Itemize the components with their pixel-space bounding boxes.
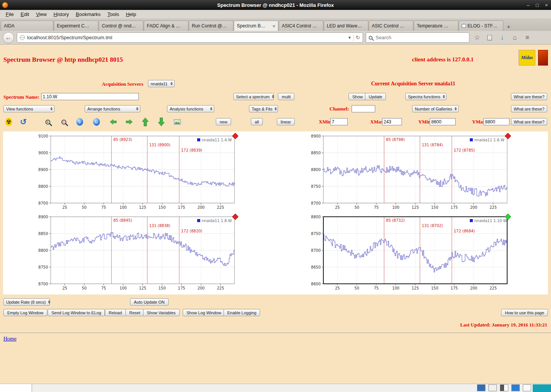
update-button[interactable]: Update [365,93,386,100]
multi-button[interactable]: multi [278,93,294,100]
what-are-these-button[interactable]: What are these? [511,93,547,100]
y-axis-tick-label: 8800 [39,184,48,189]
scroll-right-button[interactable] [124,117,135,127]
tab-aida[interactable]: AIDA [1,21,53,31]
show-variables-button[interactable]: Show Variables [143,309,180,316]
tab-fadc-align[interactable]: FADC Align & … [144,21,188,31]
select-spectrum-dropdown[interactable]: Select a spectrum [233,93,274,100]
minimize-icon[interactable]: – [524,1,533,9]
back-button[interactable]: ← [3,32,14,43]
current-server-label: Current Acquisition Server nnaida11 [371,81,455,87]
x-axis-tick-label: 225 [489,205,496,210]
tab-close-icon[interactable]: × [271,23,275,29]
downloads-icon[interactable]: ↓ [497,34,507,42]
menu-tools[interactable]: Tools [104,10,122,18]
taskbar-window-icon[interactable] [500,384,508,391]
spectrum-chart-1-8-w[interactable]: 85 (8845)131 (8838)172 (8820)87008750880… [3,213,276,294]
radioactive-button[interactable]: ☢ [3,117,14,127]
what-are-these-button[interactable]: What are these? [511,118,547,125]
tab-elog[interactable]: ELOG - STF… [459,21,503,31]
what-are-these-button[interactable]: What are these? [511,105,547,112]
maximize-icon[interactable]: □ [533,1,542,9]
menu-bookmarks[interactable]: Bookmarks [72,10,104,18]
taskbar [474,384,531,391]
marker-label: 85 (8845) [113,218,132,222]
hamburger-menu-icon[interactable]: ≡ [522,34,532,42]
tab-led-wave[interactable]: LED and Wave… [324,21,368,31]
zoom-out-button[interactable]: − [58,117,69,127]
new-tab-button[interactable]: + [504,22,514,31]
bookmark-star-icon[interactable]: ☆ [472,34,482,42]
scroll-left-button[interactable] [108,117,119,127]
reload-button[interactable]: Reload [105,309,126,316]
spectrum-chart-1-4-w[interactable]: 85 (8923)131 (8900)172 (8839)87008800890… [3,132,276,213]
y-axis-tick-label: 9100 [39,134,48,138]
send-log-to-elog-button[interactable]: Send Log Window to ELog [48,309,105,316]
how-to-use-button[interactable]: How to use this page [501,309,548,316]
reload-icon[interactable]: ↻ [356,35,360,40]
globe-icon [20,35,25,40]
scroll-up-button[interactable] [140,117,151,127]
y-axis-tick-label: 8650 [311,265,320,269]
snapshot-button[interactable] [172,117,183,127]
zoom-in-button[interactable]: + [42,117,53,127]
ymin-input[interactable] [430,118,456,125]
xmin-input[interactable] [330,118,348,125]
update-rate-dropdown[interactable]: Update Rate (8 secs) [3,298,50,306]
marker-label: 172 (8820) [181,229,202,233]
tab-spectrum-browser[interactable]: Spectrum B… × [234,21,278,31]
unzoom-x-button[interactable]: ↔ [91,117,102,127]
search-bar[interactable] [366,32,469,43]
tab-experiment[interactable]: Experiment C… [54,21,98,31]
y-axis-tick-label: 8750 [311,184,320,189]
refresh-button[interactable]: ↺ [18,117,29,127]
tags-fits-dropdown[interactable]: Tags & Fits [249,105,278,112]
taskbar-firefox-icon[interactable] [477,384,485,391]
ymax-input[interactable] [484,118,509,125]
menu-help[interactable]: Help [122,10,140,18]
auto-update-button[interactable]: Auto Update ON [130,298,169,306]
url-input[interactable]: localhost:8015/Spectrum/Spectrum.tml [27,35,112,40]
taskbar-window-icon[interactable] [488,384,497,391]
menu-history[interactable]: History [50,10,72,18]
tab-control[interactable]: Control @ nnd… [99,21,143,31]
menu-file[interactable]: File [2,10,17,18]
linear-button[interactable]: linear [277,118,295,125]
close-icon[interactable]: × [542,1,551,9]
home-icon[interactable]: ⌂ [510,34,520,42]
number-of-galleries-dropdown[interactable]: Number of Galleries [412,105,459,112]
new-button[interactable]: new [216,118,231,125]
arrange-functions-dropdown[interactable]: Arrange functions [85,105,140,112]
search-input[interactable] [375,34,466,41]
scroll-down-button[interactable] [156,117,167,127]
show-log-window-button[interactable]: Show Log Window [183,309,225,316]
tab-asic4-control[interactable]: ASIC4 Control … [279,21,323,31]
url-dropdown-icon[interactable]: ▾ [349,35,351,40]
unzoom-y-button[interactable]: ↕ [74,117,85,127]
show-button[interactable]: Show [349,93,367,100]
channel-input[interactable] [352,105,375,112]
spectra-functions-dropdown[interactable]: Spectra functions [405,93,447,100]
menu-view[interactable]: View [32,10,50,18]
analysis-functions-dropdown[interactable]: Analysis functions [167,105,214,112]
acquisition-server-select[interactable]: nnaida11 [148,80,175,87]
all-button[interactable]: all [251,118,263,125]
client-address: client address is 127.0.0.1 [412,56,474,63]
empty-log-window-button[interactable]: Empty Log Window [3,309,47,316]
url-bar[interactable]: localhost:8015/Spectrum/Spectrum.tml ▾ ↻ [17,32,363,43]
taskbar-window-icon[interactable] [523,384,531,391]
spectrum-name-input[interactable] [41,93,139,100]
reset-button[interactable]: Reset [125,309,144,316]
spectrum-chart-1-6-w[interactable]: 85 (8798)131 (8784)172 (8785)87008750880… [276,132,548,213]
menu-edit[interactable]: Edit [17,10,32,18]
xmax-input[interactable] [382,118,402,125]
home-link[interactable]: Home [3,336,16,342]
tab-run-control[interactable]: Run Control @… [189,21,233,31]
bookmarks-list-icon[interactable] [487,35,492,40]
tab-temperature[interactable]: Temperature … [414,21,458,31]
tab-asic-control[interactable]: ASIC Control … [369,21,413,31]
spectrum-chart-1-10-w[interactable]: 85 (8732)131 (8702)172 (8684)86008650870… [276,213,548,294]
enable-logging-button[interactable]: Enable Logging [223,309,260,316]
view-functions-dropdown[interactable]: View functions [3,105,55,112]
taskbar-window-icon[interactable] [511,384,520,391]
